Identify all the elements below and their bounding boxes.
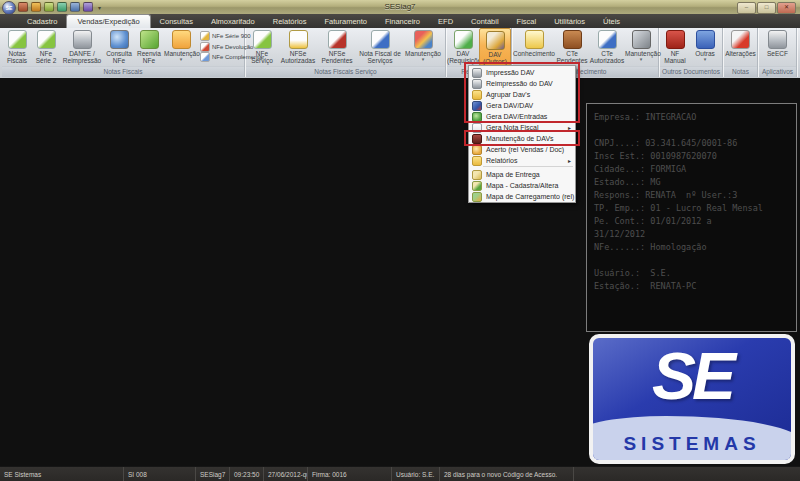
ribbon-group-caption: Notas Fiscais xyxy=(2,66,244,77)
status-empty xyxy=(574,467,800,481)
ribbon-group-notas-fiscais-servico: NFe Serviço NFSe Autorizadas NFSe Penden… xyxy=(246,28,446,77)
ribbon-button-cte-autorizados[interactable]: CTe Autorizados xyxy=(589,28,625,66)
tab-financeiro[interactable]: Financeiro xyxy=(376,15,429,28)
info-line-cnpj: CNPJ....: 03.341.645/0001-86 xyxy=(594,137,789,150)
tab-relatorios[interactable]: Relatórios xyxy=(264,15,316,28)
ribbon-group-aplicativos: SeECF Aplicativos xyxy=(759,28,797,77)
submenu-arrow-icon: ▸ xyxy=(568,157,571,164)
status-si-code: SI 008 xyxy=(124,467,196,481)
info-line-estado: Estado...: MG xyxy=(594,176,789,189)
ribbon-button-alteracoes[interactable]: Alterações xyxy=(724,28,757,66)
ribbon-button-nf-manual[interactable]: NF Manual xyxy=(660,28,690,66)
paint-bucket-icon xyxy=(486,31,505,50)
menu-item-mapa-de-entrega[interactable]: Mapa de Entrega xyxy=(469,169,575,180)
ribbon-button-nfe-serie-2[interactable]: NFe Série 2 xyxy=(32,28,60,66)
ribbon-button-cte-pendentes[interactable]: CTe Pendentes xyxy=(555,28,589,66)
title-bar: SE ▾ SESiag7 – □ ✕ xyxy=(0,0,800,15)
menu-item-mapa-cadastra-altera[interactable]: Mapa - Cadastra/Altera xyxy=(469,180,575,191)
red-book-icon xyxy=(666,30,685,49)
tab-faturamento[interactable]: Faturamento xyxy=(315,15,376,28)
envelope-icon xyxy=(525,30,544,49)
ribbon-tab-bar: Cadastro Vendas/Expedição Consultas Almo… xyxy=(0,14,800,28)
ribbon-button-nfe-complementar[interactable]: NFe Complementar xyxy=(200,52,244,62)
tab-efd[interactable]: EFD xyxy=(429,15,462,28)
ribbon: Notas Fiscais NFe Série 2 DANFE / Reimpr… xyxy=(0,28,800,79)
dropdown-arrow-icon: ▾ xyxy=(180,57,183,61)
ribbon-button-conhecimento[interactable]: Conhecimento xyxy=(513,28,555,66)
ribbon-group-caption: Aplicativos xyxy=(759,66,796,77)
ribbon-button-notas-fiscais[interactable]: Notas Fiscais xyxy=(2,28,32,66)
tab-consultas[interactable]: Consultas xyxy=(151,15,202,28)
ribbon-group-caption: Notas xyxy=(724,66,757,77)
status-date: 27/06/2012-qua xyxy=(264,467,308,481)
tab-fiscal[interactable]: Fiscal xyxy=(508,15,546,28)
logo-sistemas-text: SISTEMAS xyxy=(593,433,791,455)
ribbon-button-dav-requisicoes[interactable]: DAV (Requisições) xyxy=(447,28,479,66)
status-bar: SE Sistemas SI 008 SESiag7 09:23:50 27/0… xyxy=(0,466,800,481)
tab-contabil[interactable]: Contábil xyxy=(462,15,508,28)
info-line-estacao: Estação.: RENATA-PC xyxy=(594,280,789,293)
status-firma: Firma: 0016 xyxy=(308,467,392,481)
tab-uteis[interactable]: Úteis xyxy=(594,15,629,28)
note-pencil-icon xyxy=(8,30,27,49)
printer-icon xyxy=(768,30,787,49)
menu-item-relatorios[interactable]: Relatórios ▸ xyxy=(469,155,575,166)
info-line-empresa: Empresa.: INTEGRACAO xyxy=(594,111,789,124)
ribbon-group-notas-fiscais: Notas Fiscais NFe Série 2 DANFE / Reimpr… xyxy=(2,28,245,77)
window-title: SESiag7 xyxy=(0,0,800,14)
tab-utilitarios[interactable]: Utilitários xyxy=(545,15,594,28)
annotation-box-manutencao-de-davs xyxy=(464,130,580,146)
ribbon-button-consulta-nfe[interactable]: Consulta NFe xyxy=(104,28,134,66)
note-pencil-icon xyxy=(37,30,56,49)
chart-icon xyxy=(414,30,433,49)
search-icon xyxy=(110,30,129,49)
refresh-icon xyxy=(140,30,159,49)
ribbon-button-seecf[interactable]: SeECF xyxy=(759,28,796,66)
dropdown-arrow-icon: ▾ xyxy=(704,57,707,61)
ribbon-button-manutencao-servico[interactable]: Manutenção ▾ xyxy=(404,28,442,66)
ribbon-button-danfe-reimpressao[interactable]: DANFE / Reimpressão xyxy=(60,28,104,66)
annotation-box-dav-generation-items xyxy=(464,62,580,123)
ribbon-button-manutencao-cte[interactable]: Manutenção ▾ xyxy=(625,28,657,66)
maximize-button[interactable]: □ xyxy=(757,2,776,14)
ribbon-button-outras[interactable]: Outras ▾ xyxy=(690,28,720,66)
dropdown-arrow-icon: ▾ xyxy=(640,57,643,61)
pen-red-icon xyxy=(328,30,347,49)
eraser-icon xyxy=(731,30,750,49)
clock-icon xyxy=(472,145,482,155)
tab-almoxarifado[interactable]: Almoxarifado xyxy=(202,15,264,28)
menu-item-mapa-de-carregamento-rel[interactable]: Mapa de Carregamento (rel) xyxy=(469,191,575,202)
ribbon-group-caption: Outros Documentos xyxy=(660,66,722,77)
info-line-nfe: NFe......: Homologação xyxy=(594,241,789,254)
info-line-cidade: Cidade...: FORMIGA xyxy=(594,163,789,176)
ribbon-button-nfse-pendentes[interactable]: NFSe Pendentes xyxy=(318,28,356,66)
ribbon-button-nota-fiscal-de-servicos[interactable]: Nota Fiscal de Serviços xyxy=(356,28,404,66)
close-button[interactable]: ✕ xyxy=(777,2,796,14)
ribbon-button-manutencao-nf[interactable]: Manutenção ▾ xyxy=(164,28,198,66)
ribbon-button-nfe-serie-900[interactable]: NFe Série 900 xyxy=(200,31,244,41)
status-company: SE Sistemas xyxy=(0,467,124,481)
document-check-icon xyxy=(454,30,473,49)
company-info-panel: Empresa.: INTEGRACAO CNPJ....: 03.341.64… xyxy=(586,103,797,332)
printer-icon xyxy=(73,30,92,49)
ribbon-button-nfe-servico[interactable]: NFe Serviço xyxy=(246,28,278,66)
maintenance-icon xyxy=(172,30,191,49)
ribbon-group-notas: Alterações Notas xyxy=(724,28,758,77)
status-user: Usuário: S.E. xyxy=(392,467,440,481)
ribbon-button-nfe-devolucao[interactable]: NFe Devolução xyxy=(200,42,244,52)
ribbon-button-dav-outros[interactable]: DAV (Outros) ▾ xyxy=(479,28,511,66)
info-line-pe-cont-fim: 31/12/2012 xyxy=(594,228,789,241)
pen-blue-icon xyxy=(371,30,390,49)
status-time: 09:23:50 xyxy=(230,467,264,481)
map-report-icon xyxy=(472,192,482,202)
info-line-insc-est: Insc Est.: 0010987620070 xyxy=(594,150,789,163)
tab-vendas-expedicao[interactable]: Vendas/Expedição xyxy=(66,14,150,28)
map-icon xyxy=(472,170,482,180)
info-line-tp-emp: TP. Emp..: 01 - Lucro Real Mensal xyxy=(594,202,789,215)
ribbon-button-nfse-autorizadas[interactable]: NFSe Autorizadas xyxy=(278,28,318,66)
logo-se-text: SE xyxy=(593,340,791,412)
minimize-button[interactable]: – xyxy=(737,2,756,14)
tab-cadastro[interactable]: Cadastro xyxy=(18,15,66,28)
window-blue-icon xyxy=(696,30,715,49)
ribbon-button-reenvia-nfe[interactable]: Reenvia NFe xyxy=(134,28,164,66)
